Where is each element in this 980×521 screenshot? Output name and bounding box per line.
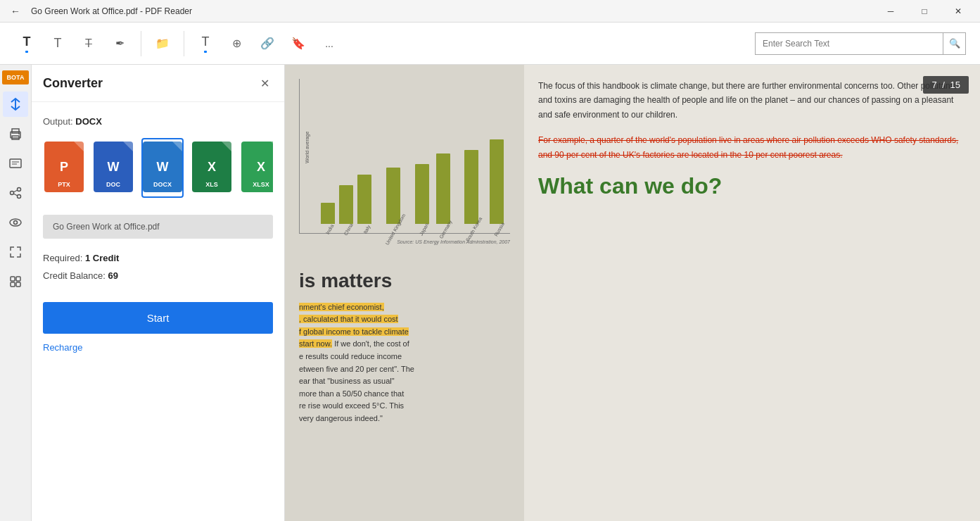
pdf-left-column: World average IndiaChinaItalyUnited King… (285, 65, 524, 521)
chart-bar-group: India (321, 203, 335, 233)
required-row: Required: 1 Credit (43, 253, 273, 263)
format-pptx[interactable]: P PTX (43, 138, 85, 198)
format-xlsx[interactable]: X XLSX (240, 138, 273, 198)
left-body-text: nment's chief economist,, calculated tha… (299, 301, 510, 425)
format-docx[interactable]: W DOCX (141, 138, 184, 198)
svg-point-8 (11, 192, 14, 195)
separator-2 (184, 31, 184, 56)
sidebar-item-annotate[interactable] (3, 151, 28, 176)
pdf-right-column: The focus of this handbook is climate ch… (524, 65, 980, 521)
format-icons-row: P PTX W DOC W DOCX (43, 138, 273, 198)
chart-bar (386, 168, 400, 224)
sidebar-item-grid[interactable] (3, 269, 28, 294)
chart-bar-group: Italy (357, 175, 371, 233)
search-box[interactable]: 🔍 (755, 32, 966, 55)
converter-title: Converter (43, 76, 256, 91)
total-pages: 15 (950, 80, 960, 90)
link-icon[interactable]: 🔗 (255, 26, 280, 61)
balance-value: 69 (108, 270, 118, 281)
signature-icon[interactable]: ✒ (107, 26, 132, 61)
maximize-button[interactable]: □ (908, 0, 941, 23)
window-controls: ─ □ ✕ (874, 0, 974, 23)
current-page: 7 (931, 80, 936, 90)
svg-line-11 (13, 194, 18, 196)
start-button[interactable]: Start (43, 302, 273, 334)
text-box-icon[interactable]: T (193, 26, 218, 61)
svg-rect-15 (16, 277, 20, 281)
chart-bar-group: South Korea (458, 150, 485, 233)
svg-point-13 (14, 221, 18, 225)
svg-rect-14 (11, 277, 15, 281)
minimize-button[interactable]: ─ (874, 0, 907, 23)
strikethrough-icon[interactable]: T (76, 26, 101, 61)
converter-header: Converter ✕ (32, 65, 284, 102)
chart-bar (415, 164, 429, 224)
svg-point-3 (18, 133, 20, 134)
main-area: BOTA (0, 65, 980, 521)
doc-file-icon: W DOC (94, 142, 133, 192)
svg-rect-17 (16, 282, 20, 287)
chart-bar (321, 203, 335, 224)
recharge-link[interactable]: Recharge (43, 342, 273, 353)
svg-rect-4 (10, 159, 21, 168)
right-body-text: The focus of this handbook is climate ch… (538, 79, 966, 122)
page-indicator: 7 / 15 (923, 76, 969, 94)
svg-point-9 (18, 195, 21, 199)
more-options-icon[interactable]: ... (317, 26, 342, 61)
window-title: Go Green Work at Office.pdf - PDF Reader (25, 6, 874, 16)
stamp-icon[interactable]: ⊕ (224, 26, 249, 61)
chart-bar-label: India (325, 223, 335, 235)
add-text-icon[interactable]: T (14, 26, 39, 61)
chart-bars: IndiaChinaItalyUnited KingdomJapanGerman… (299, 79, 510, 234)
back-button[interactable]: ← (6, 1, 25, 21)
folder-icon[interactable]: 📁 (150, 26, 175, 61)
sidebar-item-converter[interactable] (3, 92, 28, 117)
pdf-text-section: is matters nment's chief economist,, cal… (299, 269, 510, 425)
file-input-row: Go Green Work at Office.pdf (43, 215, 273, 239)
chart-bar-group: Germany (433, 153, 454, 233)
sidebar-item-view[interactable] (3, 210, 28, 235)
separator-1 (141, 31, 141, 56)
chart-bar-label: Italy (362, 224, 371, 234)
svg-rect-16 (11, 282, 15, 287)
chart-bar-label: Japan (419, 222, 430, 237)
chart-bar (464, 150, 478, 224)
chart-bar-group: Canada (509, 111, 510, 233)
chart-area: World average IndiaChinaItalyUnited King… (299, 79, 510, 262)
xlsx-file-icon: X XLSX (241, 142, 273, 192)
right-strikethrough-text: For example, a quarter of the world's po… (538, 133, 966, 162)
titlebar: ← Go Green Work at Office.pdf - PDF Read… (0, 0, 980, 23)
converter-panel: Converter ✕ Output: DOCX P PTX W (32, 65, 285, 521)
sidebar-item-share[interactable] (3, 180, 28, 206)
converter-close-button[interactable]: ✕ (256, 75, 273, 92)
chart-bar-label: China (343, 222, 353, 236)
bookmark-icon[interactable]: 🔖 (286, 26, 311, 61)
balance-row: Credit Balance: 69 (43, 270, 273, 281)
chart-bar (490, 139, 504, 224)
svg-line-10 (13, 190, 18, 192)
toolbar: T T T ✒ 📁 T ⊕ 🔗 🔖 ... 🔍 (0, 23, 980, 65)
chart-source: Source: US Energy Information Adminstrat… (299, 239, 510, 244)
output-value: DOCX (75, 116, 102, 127)
format-doc[interactable]: W DOC (92, 138, 134, 198)
file-input-box[interactable]: Go Green Work at Office.pdf (43, 215, 273, 239)
bota-badge: BOTA (2, 70, 29, 84)
pptx-file-icon: P PTX (44, 142, 84, 192)
sidebar-icons: BOTA (0, 65, 32, 521)
sidebar-item-expand[interactable] (3, 239, 28, 265)
pdf-content: World average IndiaChinaItalyUnited King… (285, 65, 980, 521)
close-button[interactable]: ✕ (942, 0, 974, 23)
chart-bar-group: Japan (415, 164, 429, 233)
format-xls[interactable]: X XLS (191, 138, 233, 198)
chart-bar-label: Russia (493, 222, 505, 237)
search-input[interactable] (756, 39, 943, 49)
text-format-icon[interactable]: T (45, 26, 70, 61)
left-heading: is matters (299, 269, 510, 293)
converter-body: Output: DOCX P PTX W DOC (32, 102, 284, 521)
docx-file-icon: W DOCX (143, 142, 182, 192)
green-heading: What can we do? (538, 173, 966, 199)
chart-bar-group: China (339, 185, 353, 233)
sidebar-item-print[interactable] (3, 121, 28, 146)
search-button[interactable]: 🔍 (943, 32, 965, 55)
output-label: Output: DOCX (43, 116, 273, 127)
